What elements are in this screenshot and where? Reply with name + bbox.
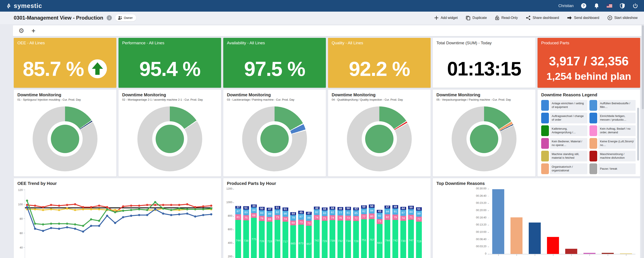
svg-text:40: 40 [20, 246, 23, 249]
legend-label: Kein Bediener, Material / no operat… [550, 138, 587, 149]
notifications-bell-icon[interactable] [594, 3, 599, 9]
stacked-bar-segment [306, 226, 312, 258]
widget-subtitle: 04 - Qualitätsprüfung / Quality inspecti… [332, 98, 427, 101]
produced-parts-chart-card[interactable]: Produced Parts by Hour 12001000800600400… [223, 178, 430, 258]
send-icon [567, 16, 572, 20]
legend-item: Kalibrierung, Anlagenprüfung /… [541, 125, 587, 136]
send-dashboard-button[interactable]: Send dashboard [567, 16, 599, 20]
legend-label: Maschinenstörung / machine disfunction [598, 151, 636, 162]
kpi-tile-oee[interactable]: OEE - All Lines 85.7 % [14, 38, 116, 88]
start-slideshow-button[interactable]: Start slideshow [608, 16, 638, 20]
legend-item: Auffüllen Betriebsstoffe / fillin… [590, 100, 636, 111]
widget-subtitle: 02 - Montageanlage 2-1 / assembly machin… [122, 98, 218, 101]
kpi-tile-availability[interactable]: Availability - All Lines 97.5 % [223, 38, 326, 88]
stacked-bar-segment [290, 225, 296, 258]
legend-item: Einrichtteile fertigen, messen / product… [590, 113, 636, 123]
legend-item: Kein Bediener, Material / no operat… [541, 138, 587, 149]
oee-trend-chart-card[interactable]: OEE Trend by Hour 120100806040 [14, 178, 221, 258]
add-widget-button[interactable]: Add widget [434, 16, 458, 20]
legend-title: Downtime Reasons Legend [541, 92, 636, 97]
legend-label: Auftragswechsel / change of order [550, 113, 587, 123]
kpi-value: 92.2 % [349, 57, 410, 81]
downtime-reason-bar [620, 253, 632, 254]
user-name[interactable]: Christian [558, 4, 574, 8]
brand[interactable]: symestic [6, 2, 42, 10]
kpi-tile-produced-parts[interactable]: Produced Parts 3,917 / 32,356 1,254 behi… [538, 38, 640, 88]
legend-scrollbar[interactable] [637, 108, 639, 177]
svg-text:60: 60 [20, 231, 23, 235]
share-dashboard-button[interactable]: Share dashboard [526, 16, 559, 20]
plus-icon [434, 16, 438, 20]
legend-color-swatch [590, 138, 597, 149]
downtime-monitoring-card-05[interactable]: Downtime Monitoring 05 - Verpackungsanla… [433, 90, 536, 177]
help-icon[interactable]: ? [581, 3, 586, 9]
brand-name: symestic [14, 2, 42, 10]
page-scrollbar[interactable] [642, 24, 644, 258]
legend-label: Einrichtteile fertigen, messen / product… [598, 113, 636, 123]
downtime-monitoring-card-01[interactable]: Downtime Monitoring 01 - Spritzguss/ Inj… [14, 90, 116, 177]
legend-color-swatch [541, 138, 549, 149]
owner-badge[interactable]: Owner [115, 15, 136, 21]
downtime-reason-bar [529, 222, 541, 254]
kpi-tile-quality[interactable]: Quality - All Lines 92.2 % [328, 38, 430, 88]
downtime-reason-bar [565, 249, 577, 254]
widget-title: Downtime Monitoring [122, 92, 218, 97]
chart-title: OEE Trend by Hour [18, 181, 218, 186]
legend-color-swatch [590, 151, 597, 162]
downtime-monitoring-card-03[interactable]: Downtime Monitoring 03 - Lackieranlage /… [223, 90, 326, 177]
legend-color-swatch [590, 163, 597, 174]
widget-toolbar: ⚙ + [13, 25, 642, 36]
legend-color-swatch [590, 100, 597, 111]
svg-text:120: 120 [18, 188, 23, 192]
kpi-title: Performance - All Lines [122, 41, 218, 45]
legend-item: Anlage einrichten / setting of equipment [541, 100, 587, 111]
kpi-value: 97.5 % [244, 57, 305, 81]
legend-color-swatch [590, 113, 597, 123]
top-downtime-reasons-bar-chart: 00:30:0000:26:4000:23:2000:20:0000:16:40… [433, 178, 640, 258]
language-flag-icon[interactable] [607, 3, 612, 9]
info-icon[interactable]: i [107, 15, 112, 21]
produced-parts-stacked-bar-chart: 1200100080060040020081873774475835173868… [223, 178, 430, 258]
downtime-reason-bar [584, 253, 596, 254]
duplicate-button[interactable]: Duplicate [466, 16, 487, 20]
legend-color-swatch [541, 125, 549, 136]
downtime-reason-bar [547, 237, 559, 254]
legend-item: Kein Auftrag, Bedarf / no order, demand [590, 125, 636, 136]
legend-color-swatch [590, 125, 597, 136]
legend-color-swatch [541, 100, 549, 111]
read-only-button[interactable]: Read-Only [495, 16, 518, 20]
legend-item: Auftragswechsel / change of order [541, 113, 587, 123]
kpi-tile-total-downtime[interactable]: Total Downtime (SUM) - Today 01:13:15 [433, 38, 536, 88]
lock-icon [495, 16, 499, 20]
downtime-reasons-legend-card[interactable]: Downtime Reasons Legend Anlage einrichte… [538, 90, 640, 177]
legend-color-swatch [541, 113, 549, 123]
legend-label: Kalibrierung, Anlagenprüfung /… [550, 125, 587, 136]
widget-title: Downtime Monitoring [436, 92, 532, 97]
stacked-bar-segment [377, 224, 382, 258]
widget-subtitle: 03 - Lackieranlage / Painting machine - … [227, 98, 322, 101]
downtime-monitoring-card-02[interactable]: Downtime Monitoring 02 - Montageanlage 2… [118, 90, 221, 177]
kpi-title: Availability - All Lines [227, 41, 322, 45]
legend-item: Keine Energie (Luft,Strom)/ no… [590, 138, 636, 149]
produced-parts-delta: 1,254 behind plan [546, 70, 631, 82]
power-logout-icon[interactable] [632, 3, 638, 9]
top-downtime-chart-card[interactable]: Top Downtime Reasons 00:30:0000:26:4000:… [433, 178, 640, 258]
play-circle-icon [608, 16, 612, 20]
symestic-logo-icon [6, 3, 12, 9]
settings-gear-icon[interactable]: ⚙ [18, 28, 24, 34]
produced-parts-value: 3,917 / 32,356 [549, 54, 629, 68]
legend-item: Pause / break [590, 163, 636, 174]
dashboard-title-bar: 0301-Management View - Production i Owne… [0, 12, 644, 24]
kpi-title: Produced Parts [541, 41, 636, 45]
legend-label: Pause / break [598, 163, 636, 174]
legend-color-swatch [541, 163, 549, 174]
widget-title: Downtime Monitoring [227, 92, 322, 97]
svg-text:100: 100 [18, 203, 23, 206]
downtime-monitoring-card-04[interactable]: Downtime Monitoring 04 - Qualitätsprüfun… [328, 90, 430, 177]
legend-item: Maschinenstörung / machine disfunction [590, 151, 636, 162]
legend-item: Organisatorisch / organizational [541, 163, 587, 174]
add-tab-plus-icon[interactable]: + [32, 28, 36, 34]
oee-trend-line-chart: 120100806040 [14, 187, 221, 258]
kpi-tile-performance[interactable]: Performance - All Lines 95.4 % [118, 38, 221, 88]
security-shield-icon[interactable] [620, 3, 625, 9]
